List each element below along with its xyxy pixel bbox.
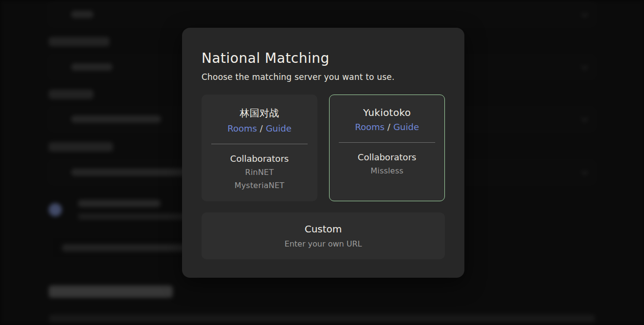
server-card-list: 林国对战 Rooms/Guide Collaborators RinNET My…: [202, 95, 445, 201]
collaborator-name: RinNET: [245, 168, 274, 177]
guide-link[interactable]: Guide: [393, 122, 419, 132]
server-links: Rooms/Guide: [227, 123, 292, 134]
custom-server-card[interactable]: Custom Enter your own URL: [202, 212, 445, 259]
server-name: Yukiotoko: [363, 107, 411, 118]
card-divider: [211, 144, 308, 144]
collaborators-label: Collaborators: [358, 152, 416, 162]
link-separator: /: [260, 123, 263, 134]
dialog-subtitle: Choose the matching server you want to u…: [202, 72, 445, 82]
server-card-yukiotoko[interactable]: Yukiotoko Rooms/Guide Collaborators Miss…: [329, 95, 445, 201]
link-separator: /: [387, 122, 390, 132]
server-card-linguo[interactable]: 林国对战 Rooms/Guide Collaborators RinNET My…: [202, 95, 317, 201]
custom-card-subtitle: Enter your own URL: [285, 239, 362, 249]
collaborator-name: MysteriaNET: [235, 181, 285, 190]
rooms-link[interactable]: Rooms: [355, 122, 385, 132]
collaborators-label: Collaborators: [230, 153, 289, 164]
card-divider: [339, 142, 435, 143]
collaborator-name: Missless: [370, 166, 403, 175]
custom-card-title: Custom: [305, 223, 342, 235]
dialog-title: National Matching: [202, 50, 445, 66]
server-name: 林国对战: [239, 107, 279, 120]
server-links: Rooms/Guide: [355, 122, 419, 132]
guide-link[interactable]: Guide: [266, 123, 292, 134]
rooms-link[interactable]: Rooms: [227, 123, 257, 134]
national-matching-dialog: National Matching Choose the matching se…: [182, 28, 464, 278]
